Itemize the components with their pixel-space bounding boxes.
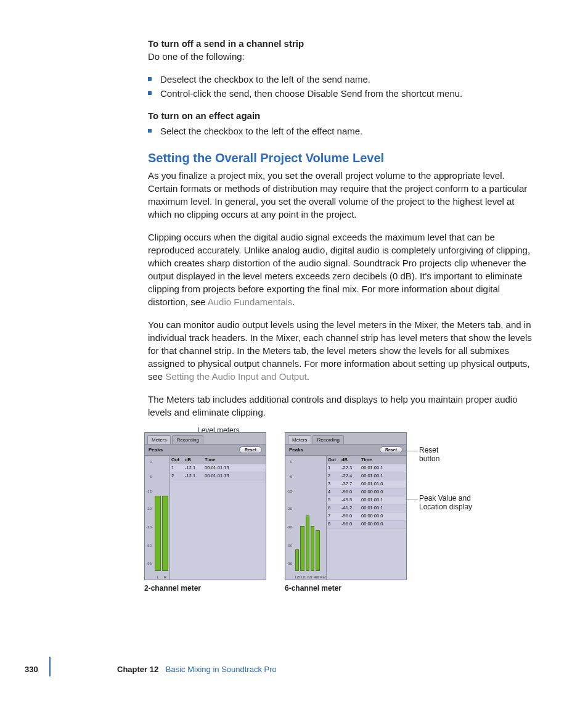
chapter-number: Chapter 12	[117, 665, 158, 674]
section-p4: The Meters tab includes additional contr…	[148, 393, 533, 419]
table-row: 6-41.200:01:00:1	[327, 504, 406, 512]
section-p1: As you finalize a project mix, you set t…	[148, 169, 533, 221]
meter-bar	[306, 515, 309, 570]
list-item: Deselect the checkbox to the left of the…	[148, 73, 533, 87]
meter-bar	[300, 526, 304, 571]
turn-off-send-list: Deselect the checkbox to the left of the…	[148, 73, 533, 101]
meter-bar	[162, 496, 168, 570]
section-heading: Setting the Overall Project Volume Level	[148, 151, 533, 165]
turn-on-effect-heading: To turn on an effect again	[148, 109, 533, 122]
table-row: 3-37.700:01:01:0	[327, 480, 406, 488]
section-p3: You can monitor audio output levels usin…	[148, 318, 533, 383]
meter-bar	[295, 549, 299, 571]
callout-reset-button: Reset button	[419, 446, 439, 463]
reset-button[interactable]: Reset	[380, 446, 402, 453]
table-row: 2-12.100:01:01:13	[170, 472, 266, 480]
meters-panel-2ch: Meters Recording Peaks Reset 0- -6- -12-	[144, 432, 266, 580]
reset-button[interactable]: Reset	[239, 446, 262, 453]
meter-bar	[155, 496, 161, 570]
table-row: 8-96.000:00:00:0	[327, 520, 406, 528]
table-row: 1-22.300:01:00:1	[327, 464, 406, 472]
tab-recording[interactable]: Recording	[172, 435, 203, 444]
meter-bar	[316, 530, 319, 570]
tab-meters[interactable]: Meters	[147, 435, 171, 444]
peaks-label: Peaks	[149, 447, 163, 453]
turn-off-send-heading: To turn off a send in a channel strip Do…	[148, 37, 533, 63]
caption-2ch: 2-channel meter	[144, 584, 266, 593]
page-footer: 330 Chapter 12 Basic Mixing in Soundtrac…	[25, 665, 277, 674]
meters-panel-6ch: Meters Recording Peaks Reset 0- -6- -12-	[285, 432, 407, 580]
table-row: 4-96.000:00:00:0	[327, 488, 406, 496]
page-number: 330	[25, 665, 43, 674]
link-setting-audio-io[interactable]: Setting the Audio Input and Output	[165, 371, 306, 382]
table-row: 1-12.100:01:01:13	[170, 464, 266, 472]
list-item: Select the checkbox to the left of the e…	[148, 125, 533, 139]
chapter-title: Basic Mixing in Soundtrack Pro	[166, 665, 277, 674]
table-row: 2-22.400:01:00:1	[327, 472, 406, 480]
callout-peak-value: Peak Value and Location display	[419, 494, 493, 511]
turn-on-effect-list: Select the checkbox to the left of the e…	[148, 125, 533, 139]
table-row: 7-96.000:00:00:0	[327, 512, 406, 520]
meter-bar	[311, 526, 314, 571]
table-row: 5-49.500:01:00:1	[327, 496, 406, 504]
peaks-label: Peaks	[289, 447, 303, 453]
tab-recording[interactable]: Recording	[312, 435, 343, 444]
tab-meters[interactable]: Meters	[288, 435, 311, 444]
link-audio-fundamentals[interactable]: Audio Fundamentals	[208, 297, 293, 307]
section-p2: Clipping occurs when the digital audio s…	[148, 231, 533, 308]
caption-6ch: 6-channel meter	[285, 584, 407, 593]
list-item: Control-click the send, then choose Disa…	[148, 87, 533, 101]
